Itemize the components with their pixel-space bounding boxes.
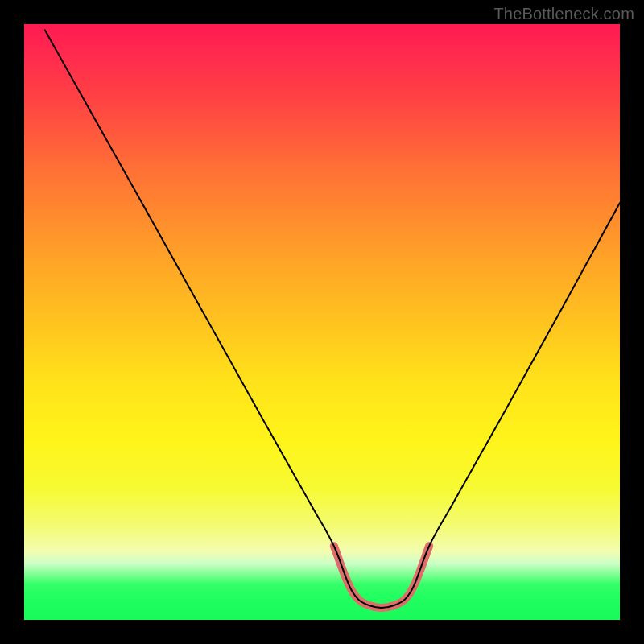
chart-stage: TheBottleneck.com bbox=[0, 0, 644, 644]
optimal-range-highlight bbox=[334, 546, 429, 608]
plot-area bbox=[24, 24, 620, 620]
site-watermark: TheBottleneck.com bbox=[493, 5, 634, 23]
curve-layer bbox=[24, 24, 620, 620]
bottleneck-curve bbox=[45, 30, 620, 607]
